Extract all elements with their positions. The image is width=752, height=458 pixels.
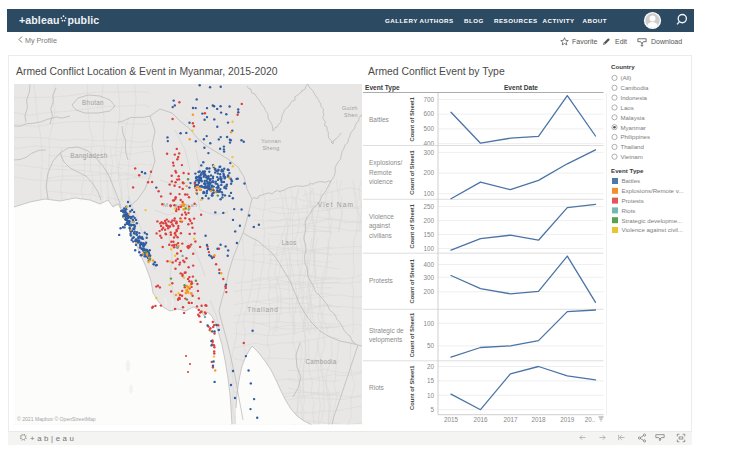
svg-text:Vietnam: Vietnam xyxy=(621,153,643,160)
svg-text:Strategic developme...: Strategic developme... xyxy=(622,217,683,224)
svg-text:Riots: Riots xyxy=(622,207,636,214)
svg-text:Thailand: Thailand xyxy=(621,143,644,150)
svg-text:Explosions/Remote v...: Explosions/Remote v... xyxy=(622,187,684,194)
svg-text:Philippines: Philippines xyxy=(621,133,650,140)
svg-text:Country: Country xyxy=(611,63,635,70)
svg-text:(All): (All) xyxy=(621,74,632,81)
svg-text:Myanmar: Myanmar xyxy=(621,124,646,131)
svg-text:Laos: Laos xyxy=(621,104,634,111)
svg-text:Event Type: Event Type xyxy=(611,167,644,174)
svg-text:Battles: Battles xyxy=(622,177,641,184)
svg-text:Violence against civil...: Violence against civil... xyxy=(622,226,684,233)
svg-text:Malaysia: Malaysia xyxy=(621,114,646,121)
svg-text:Cambodia: Cambodia xyxy=(621,84,649,91)
svg-text:Indonesia: Indonesia xyxy=(621,94,648,101)
svg-text:Protests: Protests xyxy=(622,197,644,204)
